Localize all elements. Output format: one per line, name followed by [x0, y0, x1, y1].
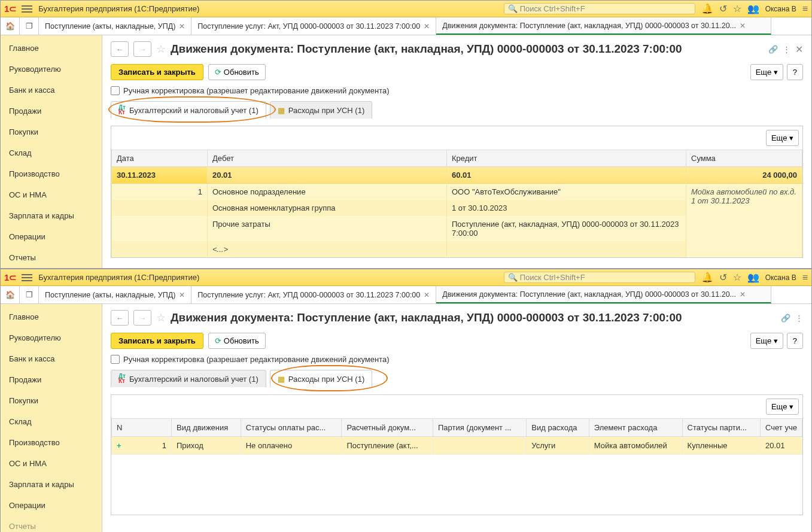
close-icon[interactable]: ✕: [740, 22, 746, 30]
table-row[interactable]: +1 Приход Не оплачено Поступление (акт,.…: [112, 437, 802, 455]
windows-button[interactable]: ❐: [20, 286, 39, 303]
apptab-1[interactable]: Поступление (акты, накладные, УПД) ✕: [39, 17, 191, 35]
sidebar-item-reports[interactable]: Отчеты: [1, 516, 102, 532]
link-icon[interactable]: 🔗: [768, 45, 778, 54]
accounting-grid[interactable]: Дата Дебет Кредит Сумма 30.11.2023 20.01…: [111, 150, 802, 257]
sidebar-item-operations[interactable]: Операции: [1, 226, 102, 247]
apptab-2[interactable]: Поступление услуг: Акт, УПД 0000-000003 …: [191, 286, 436, 303]
sidebar-item-reports[interactable]: Отчеты: [1, 247, 102, 268]
apptab-1[interactable]: Поступление (акты, накладные, УПД)✕: [39, 286, 191, 303]
search-input[interactable]: 🔍 Поиск Ctrl+Shift+F: [504, 3, 695, 14]
refresh-button[interactable]: ⟳Обновить: [208, 333, 266, 349]
help-button[interactable]: ?: [787, 333, 803, 349]
sidebar-item-bank[interactable]: Банк и касса: [1, 80, 102, 101]
tab-usn[interactable]: ▦ Расходы при УСН (1): [270, 101, 373, 118]
more-button[interactable]: Еще ▾: [750, 333, 783, 349]
col-sum[interactable]: Сумма: [686, 150, 802, 167]
settings-icon[interactable]: ≡: [802, 4, 808, 14]
col-n[interactable]: N: [112, 419, 172, 437]
history-icon[interactable]: ↺: [719, 272, 727, 283]
sidebar-item-manager[interactable]: Руководителю: [1, 59, 102, 80]
sidebar-item-assets[interactable]: ОС и НМА: [1, 184, 102, 205]
col-date[interactable]: Дата: [112, 150, 208, 167]
settings-icon[interactable]: ≡: [802, 272, 808, 283]
tab-accounting[interactable]: ДтКт Бухгалтерский и налоговый учет (1): [111, 101, 266, 118]
close-icon[interactable]: ✕: [740, 290, 746, 299]
col-party[interactable]: Партия (документ ...: [433, 419, 527, 437]
menu-icon[interactable]: [22, 274, 32, 281]
col-exptype[interactable]: Вид расхода: [527, 419, 589, 437]
sidebar-item-sales[interactable]: Продажи: [1, 369, 102, 390]
save-close-button[interactable]: Записать и закрыть: [111, 333, 203, 349]
sidebar-item-purchases[interactable]: Покупки: [1, 390, 102, 411]
sidebar-item-main[interactable]: Главное: [1, 38, 102, 59]
content: ← → ☆ Движения документа: Поступление (а…: [102, 35, 811, 268]
sidebar-item-purchases[interactable]: Покупки: [1, 121, 102, 142]
close-icon[interactable]: ✕: [179, 291, 185, 299]
grid-more-button[interactable]: Еще ▾: [766, 130, 799, 146]
sidebar-item-operations[interactable]: Операции: [1, 495, 102, 516]
history-icon[interactable]: ↺: [719, 3, 727, 14]
bell-icon[interactable]: 🔔: [701, 3, 713, 14]
sidebar-item-main[interactable]: Главное: [1, 306, 102, 327]
cell-elem: Мойка автомобилей: [589, 437, 682, 455]
star-icon[interactable]: ☆: [733, 3, 741, 14]
star-icon[interactable]: ☆: [733, 272, 741, 283]
more-button[interactable]: Еще ▾: [750, 64, 783, 80]
col-expelem[interactable]: Элемент расхода: [589, 419, 682, 437]
nav-back-button[interactable]: ←: [111, 310, 129, 326]
sidebar-item-hr[interactable]: Зарплата и кадры: [1, 205, 102, 226]
sidebar-item-production[interactable]: Производство: [1, 432, 102, 453]
more-icon[interactable]: ⋮: [783, 45, 790, 54]
close-icon[interactable]: ✕: [179, 22, 185, 31]
manual-edit-checkbox[interactable]: [111, 355, 120, 364]
bell-icon[interactable]: 🔔: [701, 272, 713, 283]
tab-usn[interactable]: ▦ Расходы при УСН (1): [270, 370, 373, 387]
favorite-icon[interactable]: ☆: [156, 42, 166, 56]
cell-n: +1: [112, 437, 172, 455]
home-button[interactable]: 🏠: [1, 17, 20, 35]
sidebar-item-sales[interactable]: Продажи: [1, 101, 102, 121]
sidebar-item-manager[interactable]: Руководителю: [1, 327, 102, 348]
windows-button[interactable]: ❐: [20, 17, 39, 35]
table-row[interactable]: 30.11.2023 20.01 60.01 24 000,00: [112, 167, 802, 184]
apptab-3[interactable]: Движения документа: Поступление (акт, на…: [436, 286, 771, 303]
sidebar-item-bank[interactable]: Банк и касса: [1, 348, 102, 369]
apptab-2[interactable]: Поступление услуг: Акт, УПД 0000-000003 …: [191, 17, 436, 35]
grid-more-button[interactable]: Еще ▾: [766, 399, 799, 415]
favorite-icon[interactable]: ☆: [156, 311, 166, 324]
col-partystatus[interactable]: Статусы парти...: [682, 419, 760, 437]
save-close-button[interactable]: Записать и закрыть: [111, 64, 203, 80]
home-button[interactable]: 🏠: [1, 286, 20, 303]
search-input[interactable]: 🔍 Поиск Ctrl+Shift+F: [504, 272, 695, 283]
nav-back-button[interactable]: ←: [111, 41, 129, 57]
refresh-button[interactable]: ⟳Обновить: [208, 64, 266, 80]
close-icon[interactable]: ✕: [424, 22, 430, 31]
col-account[interactable]: Счет уче: [761, 419, 802, 437]
nav-forward-button[interactable]: →: [133, 41, 151, 57]
link-icon[interactable]: 🔗: [781, 314, 790, 323]
col-calcdoc[interactable]: Расчетный докум...: [342, 419, 433, 437]
close-button[interactable]: ✕: [795, 44, 803, 55]
usn-grid[interactable]: N Вид движения Статусы оплаты рас... Рас…: [111, 418, 802, 455]
col-paystatus[interactable]: Статусы оплаты рас...: [241, 419, 342, 437]
col-type[interactable]: Вид движения: [172, 419, 241, 437]
col-credit[interactable]: Кредит: [447, 150, 686, 167]
sidebar-item-assets[interactable]: ОС и НМА: [1, 453, 102, 474]
manual-edit-checkbox[interactable]: [111, 86, 120, 95]
table-row[interactable]: 1 Основное подразделение ООО "АвтоТехОбс…: [112, 184, 802, 200]
more-icon[interactable]: ⋮: [795, 314, 803, 323]
sidebar-item-stock[interactable]: Склад: [1, 411, 102, 432]
sidebar-item-production[interactable]: Производство: [1, 163, 102, 184]
tab-accounting[interactable]: ДтКт Бухгалтерский и налоговый учет (1): [111, 370, 266, 387]
menu-icon[interactable]: [22, 5, 32, 13]
nav-forward-button[interactable]: →: [133, 310, 151, 326]
user-icon[interactable]: 👥: [747, 3, 759, 14]
close-icon[interactable]: ✕: [424, 291, 430, 299]
user-icon[interactable]: 👥: [747, 272, 759, 283]
col-debit[interactable]: Дебет: [208, 150, 447, 167]
apptab-3[interactable]: Движения документа: Поступление (акт, на…: [436, 17, 771, 35]
sidebar-item-stock[interactable]: Склад: [1, 142, 102, 163]
sidebar-item-hr[interactable]: Зарплата и кадры: [1, 474, 102, 495]
help-button[interactable]: ?: [787, 64, 803, 80]
